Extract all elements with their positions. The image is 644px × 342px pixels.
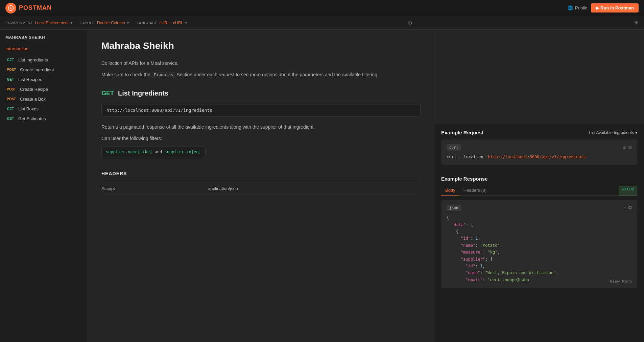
status-badge: 200 OK — [619, 186, 637, 195]
endpoint-header: GET List Ingredients — [101, 89, 421, 97]
layout-chevron-icon: ▾ — [127, 21, 129, 25]
layout-selector[interactable]: LAYOUT Double Column ▾ — [80, 21, 129, 25]
wrap-code-button[interactable]: ≡ — [623, 144, 626, 150]
main-layout: MAHRABA SHEIKH Introduction GET List Ing… — [0, 30, 644, 342]
layout-label: LAYOUT — [80, 21, 95, 25]
public-label: Public — [575, 5, 587, 10]
lang-chevron-icon: ▾ — [185, 21, 187, 25]
response-tabs: Body Headers (9) 200 OK — [441, 186, 637, 196]
collection-title: MAHRABA SHEIKH — [0, 30, 88, 43]
get-badge: GET — [5, 57, 16, 62]
url-box: http://localhost:8080/api/v1/ingredients — [101, 104, 421, 116]
example-request-header: Example Request List Available Ingredien… — [441, 130, 637, 135]
json-lang-label: json — [447, 205, 461, 211]
content-area: Mahraba Sheikh Collection of APIs for a … — [88, 30, 644, 342]
sidebar-item-get-estimates[interactable]: GET Get Estimates — [0, 114, 88, 124]
curl-url: 'http://localhost:8080/api/v1/ingredient… — [486, 155, 588, 159]
settings-icon[interactable]: ⚙ — [408, 20, 412, 26]
json-line-2: "data": [ — [447, 221, 632, 228]
doc-desc-2: Make sure to check the Examples Section … — [101, 71, 421, 78]
env-label: ENVIRONMENT — [5, 21, 33, 25]
top-bar: POSTMAN 🌐 Public ▶ Run in Postman — [0, 0, 644, 16]
json-line-1: { — [447, 214, 632, 221]
code-actions: ≡ ⧉ — [623, 144, 632, 150]
json-response-block: json ≡ ⧉ { "data": [ { "id": 1, — [441, 200, 637, 288]
get-badge: GET — [5, 106, 16, 111]
headers-section: HEADERS Accept application/json — [101, 171, 421, 194]
sidebar-item-create-ingredient[interactable]: POST Create Ingredient — [0, 65, 88, 75]
post-badge: POST — [5, 67, 17, 72]
globe-icon: 🌐 — [568, 5, 573, 10]
post-badge: POST — [5, 87, 17, 92]
sidebar-item-label: List Ingredients — [18, 57, 48, 62]
tab-body[interactable]: Body — [441, 186, 459, 195]
view-more-button[interactable]: View More — [607, 278, 635, 285]
sidebar-item-label: Create Recipe — [20, 87, 48, 92]
copy-code-button[interactable]: ⧉ — [628, 144, 632, 150]
sidebar-nav: Introduction GET List Ingredients POST C… — [0, 43, 88, 125]
sidebar-item-create-recipe[interactable]: POST Create Recipe — [0, 84, 88, 94]
right-top-empty — [434, 30, 644, 124]
lang-value: cURL - cURL — [160, 21, 183, 25]
right-panel: Example Request List Available Ingredien… — [434, 30, 644, 342]
sidebar-item-label: Create a Box — [20, 97, 46, 102]
json-block-header: json ≡ ⧉ — [447, 205, 632, 211]
env-value: Local Environment — [35, 21, 68, 25]
example-request-title: Example Request — [441, 130, 483, 135]
lang-label: curl — [447, 144, 461, 151]
example-request-section: Example Request List Available Ingredien… — [434, 124, 644, 170]
sidebar-item-label: Get Estimates — [18, 116, 46, 121]
environment-selector[interactable]: ENVIRONMENT Local Environment ▾ — [5, 21, 72, 25]
env-chevron-icon: ▾ — [71, 21, 72, 25]
layout-value: Double Column — [97, 21, 125, 25]
get-badge: GET — [5, 77, 16, 82]
selector-chevron-icon: ▾ — [635, 130, 637, 135]
json-line-7: "supplier": { — [447, 256, 632, 263]
json-line-3: { — [447, 228, 632, 235]
endpoint-title: List Ingredients — [118, 89, 168, 97]
json-line-9: "name": "West, Rippin and Williamson", — [447, 269, 632, 276]
tab-headers[interactable]: Headers (9) — [459, 186, 491, 195]
method-label: GET — [101, 90, 114, 97]
theme-icon[interactable]: ☀ — [634, 20, 639, 26]
public-badge: 🌐 Public — [568, 5, 587, 10]
header-key: Accept — [101, 186, 208, 191]
language-selector[interactable]: LANGUAGE cURL - cURL ▾ — [137, 21, 187, 25]
example-selector[interactable]: List Available Ingredients ▾ — [589, 130, 637, 135]
example-response-header: Example Response — [441, 176, 637, 182]
top-bar-right: 🌐 Public ▶ Run in Postman — [568, 3, 639, 12]
sidebar-item-list-recipes[interactable]: GET List Recipes — [0, 75, 88, 84]
sidebar-item-list-boxes[interactable]: GET List Boxes — [0, 104, 88, 114]
examples-code: Examples — [152, 72, 175, 78]
sidebar-item-list-ingredients[interactable]: GET List Ingredients — [0, 55, 88, 65]
doc-desc-1: Collection of APIs for a Meal service. — [101, 59, 421, 67]
post-badge: POST — [5, 97, 17, 102]
sidebar-item-label: Create Ingredient — [20, 67, 54, 72]
sidebar: MAHRABA SHEIKH Introduction GET List Ing… — [0, 30, 88, 342]
doc-panel: Mahraba Sheikh Collection of APIs for a … — [88, 30, 434, 342]
copy-json-button[interactable]: ⧉ — [628, 205, 632, 211]
json-line-6: "measure": "kg", — [447, 249, 632, 256]
toolbar: ENVIRONMENT Local Environment ▾ LAYOUT D… — [0, 16, 644, 30]
header-row: Accept application/json — [101, 183, 421, 194]
wrap-json-button[interactable]: ≡ — [623, 205, 626, 211]
curl-code-line: curl --location 'http://localhost:8080/a… — [447, 154, 632, 160]
code-block-header: curl ≡ ⧉ — [447, 144, 632, 151]
example-response-section: Example Response Body Headers (9) 200 OK… — [434, 170, 644, 293]
json-line-10: "email": "cecil.hoppe@hahn — [447, 277, 632, 283]
logo-area: POSTMAN — [5, 3, 52, 14]
sidebar-item-label: List Recipes — [18, 77, 42, 82]
endpoint-section: GET List Ingredients http://localhost:80… — [101, 89, 421, 194]
sidebar-item-introduction[interactable]: Introduction — [0, 44, 88, 54]
sidebar-item-create-box[interactable]: POST Create a Box — [0, 94, 88, 104]
postman-wordmark: POSTMAN — [19, 4, 52, 11]
run-in-postman-button[interactable]: ▶ Run in Postman — [591, 3, 639, 12]
json-line-4: "id": 1, — [447, 235, 632, 242]
lang-label: LANGUAGE — [137, 21, 158, 25]
endpoint-desc-1: Returns a paginated response of all the … — [101, 123, 421, 131]
example-selector-label: List Available Ingredients — [589, 130, 634, 135]
filters-code: supplier.name[like] and supplier.id[eq] — [101, 147, 206, 157]
json-line-5: "name": "Potato", — [447, 242, 632, 249]
json-code-actions: ≡ ⧉ — [623, 205, 632, 211]
json-line-8: "id": 1, — [447, 263, 632, 269]
